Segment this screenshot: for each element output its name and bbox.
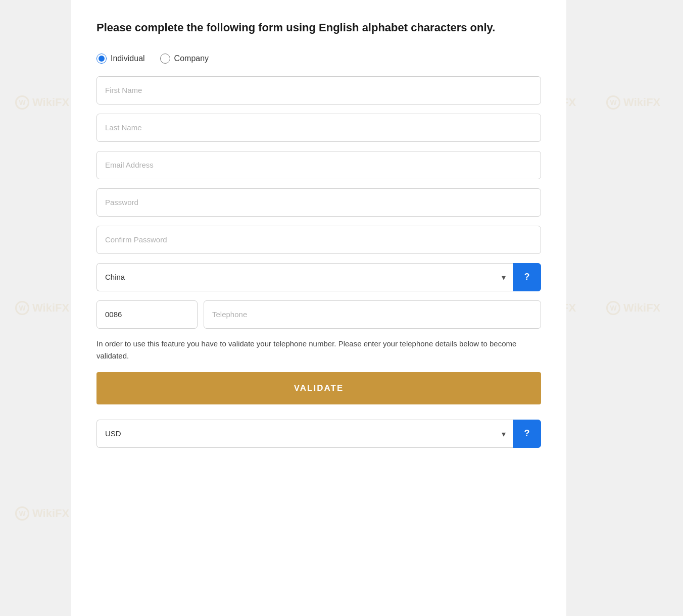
country-row: China United States United Kingdom Japan… (96, 263, 541, 291)
company-label: Company (174, 54, 209, 63)
right-sidebar (567, 0, 683, 616)
last-name-field (96, 114, 541, 142)
password-input[interactable] (96, 188, 541, 217)
page-wrapper: WWikiFX WWikiFX WWikiFX WWikiFX WWikiFX … (0, 0, 683, 616)
account-type-group: Individual Company (96, 54, 541, 64)
confirm-password-input[interactable] (96, 226, 541, 254)
currency-help-button[interactable]: ? (513, 420, 541, 448)
validate-button[interactable]: VALIDATE (96, 372, 541, 404)
country-help-button[interactable]: ? (513, 263, 541, 291)
confirm-password-field (96, 226, 541, 254)
currency-select-wrapper: USD EUR GBP JPY CNY ▾ (96, 420, 513, 448)
password-field (96, 188, 541, 217)
form-title: Please complete the following form using… (96, 20, 541, 36)
phone-row (96, 300, 541, 329)
phone-code-input[interactable] (96, 300, 198, 329)
left-sidebar (0, 0, 71, 616)
form-container: Please complete the following form using… (71, 0, 566, 616)
country-select[interactable]: China United States United Kingdom Japan… (96, 263, 513, 291)
company-radio[interactable] (160, 54, 170, 64)
currency-row: USD EUR GBP JPY CNY ▾ ? (96, 420, 541, 448)
phone-number-input[interactable] (204, 300, 541, 329)
validation-notice: In order to use this feature you have to… (96, 338, 541, 362)
email-input[interactable] (96, 151, 541, 179)
first-name-field (96, 76, 541, 105)
individual-option[interactable]: Individual (96, 54, 145, 64)
last-name-input[interactable] (96, 114, 541, 142)
first-name-input[interactable] (96, 76, 541, 105)
country-select-wrapper: China United States United Kingdom Japan… (96, 263, 513, 291)
individual-radio[interactable] (96, 54, 107, 64)
currency-select[interactable]: USD EUR GBP JPY CNY (96, 420, 513, 448)
email-field (96, 151, 541, 179)
company-option[interactable]: Company (160, 54, 209, 64)
individual-label: Individual (111, 54, 145, 63)
